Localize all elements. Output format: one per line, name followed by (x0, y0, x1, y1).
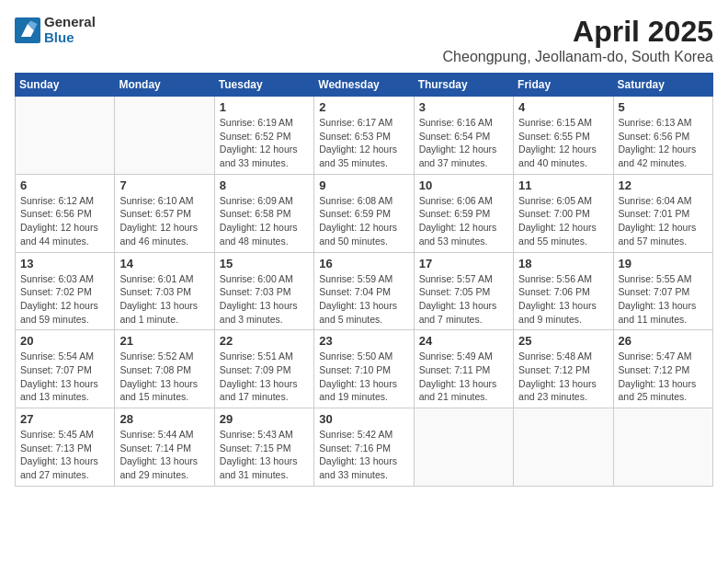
day-number: 22 (220, 334, 309, 348)
day-number: 4 (518, 100, 608, 114)
table-row: 10Sunrise: 6:06 AMSunset: 6:59 PMDayligh… (414, 174, 513, 252)
table-row (514, 408, 613, 487)
day-number: 2 (319, 100, 408, 114)
col-sunday: Sunday (16, 74, 115, 97)
month-title: April 2025 (443, 15, 713, 49)
col-wednesday: Wednesday (314, 74, 414, 97)
table-row (115, 97, 214, 175)
day-info: Sunrise: 6:19 AMSunset: 6:52 PMDaylight:… (220, 116, 309, 170)
day-number: 3 (419, 100, 508, 114)
table-row (613, 408, 712, 487)
calendar-header-row: Sunday Monday Tuesday Wednesday Thursday… (16, 74, 713, 97)
table-row: 27Sunrise: 5:45 AMSunset: 7:13 PMDayligh… (16, 408, 115, 487)
day-info: Sunrise: 6:04 AMSunset: 7:01 PMDaylight:… (619, 194, 708, 248)
day-info: Sunrise: 6:01 AMSunset: 7:03 PMDaylight:… (119, 272, 209, 327)
title-block: April 2025 Cheongpung, Jeollanam-do, Sou… (443, 15, 713, 65)
day-info: Sunrise: 6:06 AMSunset: 6:59 PMDaylight:… (419, 194, 508, 248)
day-number: 18 (518, 257, 608, 270)
table-row: 4Sunrise: 6:15 AMSunset: 6:55 PMDaylight… (514, 97, 613, 175)
table-row: 26Sunrise: 5:47 AMSunset: 7:12 PMDayligh… (613, 330, 712, 408)
location-title: Cheongpung, Jeollanam-do, South Korea (443, 49, 713, 65)
table-row: 18Sunrise: 5:56 AMSunset: 7:06 PMDayligh… (514, 252, 613, 330)
day-number: 26 (619, 334, 708, 348)
day-number: 5 (619, 100, 708, 114)
day-number: 27 (20, 412, 109, 426)
table-row: 24Sunrise: 5:49 AMSunset: 7:11 PMDayligh… (414, 330, 513, 408)
day-number: 30 (319, 412, 408, 426)
col-friday: Friday (514, 74, 613, 97)
col-tuesday: Tuesday (214, 74, 313, 97)
col-thursday: Thursday (414, 74, 513, 97)
table-row: 9Sunrise: 6:08 AMSunset: 6:59 PMDaylight… (314, 174, 414, 252)
day-number: 20 (20, 334, 109, 348)
table-row (414, 408, 513, 487)
table-row: 15Sunrise: 6:00 AMSunset: 7:03 PMDayligh… (214, 252, 313, 330)
day-info: Sunrise: 5:52 AMSunset: 7:08 PMDaylight:… (119, 350, 209, 404)
table-row: 25Sunrise: 5:48 AMSunset: 7:12 PMDayligh… (514, 330, 613, 408)
day-number: 8 (220, 178, 309, 192)
logo-blue-text: Blue (44, 30, 96, 46)
day-info: Sunrise: 6:12 AMSunset: 6:56 PMDaylight:… (20, 194, 109, 248)
day-info: Sunrise: 6:13 AMSunset: 6:56 PMDaylight:… (619, 116, 708, 170)
table-row: 3Sunrise: 6:16 AMSunset: 6:54 PMDaylight… (414, 97, 513, 175)
day-number: 7 (119, 178, 209, 192)
day-info: Sunrise: 5:59 AMSunset: 7:04 PMDaylight:… (319, 272, 408, 327)
day-number: 29 (220, 412, 309, 426)
table-row: 13Sunrise: 6:03 AMSunset: 7:02 PMDayligh… (16, 252, 115, 330)
day-info: Sunrise: 5:54 AMSunset: 7:07 PMDaylight:… (20, 350, 109, 404)
day-info: Sunrise: 6:00 AMSunset: 7:03 PMDaylight:… (220, 272, 309, 327)
table-row: 29Sunrise: 5:43 AMSunset: 7:15 PMDayligh… (214, 408, 313, 487)
day-number: 13 (20, 257, 109, 270)
logo: General Blue (15, 15, 96, 45)
table-row: 14Sunrise: 6:01 AMSunset: 7:03 PMDayligh… (115, 252, 214, 330)
day-info: Sunrise: 5:43 AMSunset: 7:15 PMDaylight:… (220, 428, 309, 482)
day-number: 19 (619, 257, 708, 270)
table-row: 6Sunrise: 6:12 AMSunset: 6:56 PMDaylight… (16, 174, 115, 252)
table-row: 22Sunrise: 5:51 AMSunset: 7:09 PMDayligh… (214, 330, 313, 408)
day-number: 28 (119, 412, 209, 426)
day-info: Sunrise: 6:05 AMSunset: 7:00 PMDaylight:… (518, 194, 608, 248)
logo-text: General Blue (44, 15, 96, 45)
day-info: Sunrise: 6:16 AMSunset: 6:54 PMDaylight:… (419, 116, 508, 170)
day-number: 11 (518, 178, 608, 192)
day-number: 1 (220, 100, 309, 114)
day-number: 6 (20, 178, 109, 192)
table-row: 17Sunrise: 5:57 AMSunset: 7:05 PMDayligh… (414, 252, 513, 330)
day-info: Sunrise: 6:08 AMSunset: 6:59 PMDaylight:… (319, 194, 408, 248)
table-row: 11Sunrise: 6:05 AMSunset: 7:00 PMDayligh… (514, 174, 613, 252)
table-row: 30Sunrise: 5:42 AMSunset: 7:16 PMDayligh… (314, 408, 414, 487)
logo-icon (15, 17, 40, 43)
day-number: 9 (319, 178, 408, 192)
day-info: Sunrise: 5:51 AMSunset: 7:09 PMDaylight:… (220, 350, 309, 404)
day-info: Sunrise: 6:03 AMSunset: 7:02 PMDaylight:… (20, 272, 109, 327)
day-number: 10 (419, 178, 508, 192)
day-info: Sunrise: 6:15 AMSunset: 6:55 PMDaylight:… (518, 116, 608, 170)
day-info: Sunrise: 5:45 AMSunset: 7:13 PMDaylight:… (20, 428, 109, 482)
table-row: 19Sunrise: 5:55 AMSunset: 7:07 PMDayligh… (613, 252, 712, 330)
day-info: Sunrise: 5:48 AMSunset: 7:12 PMDaylight:… (518, 350, 608, 404)
day-info: Sunrise: 6:17 AMSunset: 6:53 PMDaylight:… (319, 116, 408, 170)
table-row: 23Sunrise: 5:50 AMSunset: 7:10 PMDayligh… (314, 330, 414, 408)
day-info: Sunrise: 5:57 AMSunset: 7:05 PMDaylight:… (419, 272, 508, 327)
day-info: Sunrise: 5:49 AMSunset: 7:11 PMDaylight:… (419, 350, 508, 404)
day-number: 23 (319, 334, 408, 348)
table-row: 12Sunrise: 6:04 AMSunset: 7:01 PMDayligh… (613, 174, 712, 252)
table-row: 16Sunrise: 5:59 AMSunset: 7:04 PMDayligh… (314, 252, 414, 330)
day-number: 16 (319, 257, 408, 270)
table-row: 7Sunrise: 6:10 AMSunset: 6:57 PMDaylight… (115, 174, 214, 252)
day-number: 15 (220, 257, 309, 270)
day-number: 25 (518, 334, 608, 348)
calendar-table: Sunday Monday Tuesday Wednesday Thursday… (15, 73, 713, 487)
day-number: 24 (419, 334, 508, 348)
day-info: Sunrise: 5:42 AMSunset: 7:16 PMDaylight:… (319, 428, 408, 482)
day-info: Sunrise: 6:09 AMSunset: 6:58 PMDaylight:… (220, 194, 309, 248)
table-row: 5Sunrise: 6:13 AMSunset: 6:56 PMDaylight… (613, 97, 712, 175)
logo-general-text: General (44, 15, 96, 30)
day-info: Sunrise: 5:50 AMSunset: 7:10 PMDaylight:… (319, 350, 408, 404)
calendar-week-row: 1Sunrise: 6:19 AMSunset: 6:52 PMDaylight… (16, 97, 713, 175)
table-row: 20Sunrise: 5:54 AMSunset: 7:07 PMDayligh… (16, 330, 115, 408)
calendar-week-row: 6Sunrise: 6:12 AMSunset: 6:56 PMDaylight… (16, 174, 713, 252)
day-info: Sunrise: 5:56 AMSunset: 7:06 PMDaylight:… (518, 272, 608, 327)
calendar-week-row: 20Sunrise: 5:54 AMSunset: 7:07 PMDayligh… (16, 330, 713, 408)
table-row (16, 97, 115, 175)
